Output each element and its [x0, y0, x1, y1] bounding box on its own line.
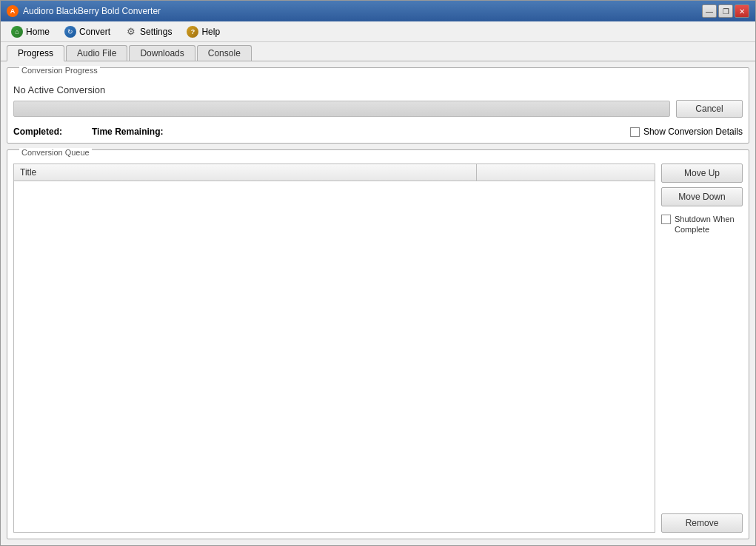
info-row: Completed: Time Remaining: Show Conversi…: [7, 124, 749, 143]
remove-button[interactable]: Remove: [661, 513, 743, 533]
conversion-status: No Active Conversion: [7, 81, 749, 100]
title-bar: A Audioro BlackBerry Bold Converter — ❐ …: [1, 1, 755, 21]
queue-table-area: Title: [13, 164, 655, 533]
menu-home-label: Home: [26, 27, 50, 37]
menu-item-settings[interactable]: ⚙ Settings: [118, 24, 179, 40]
completed-label: Completed:: [13, 127, 62, 137]
conversion-queue-panel: Conversion Queue Title Move Up Move Down: [7, 149, 749, 539]
move-down-button[interactable]: Move Down: [661, 187, 743, 206]
show-details-checkbox[interactable]: [630, 127, 640, 137]
cancel-button[interactable]: Cancel: [676, 100, 743, 118]
tab-progress[interactable]: Progress: [7, 45, 64, 61]
tab-bar: Progress Audio File Downloads Console: [1, 42, 755, 61]
app-icon: A: [7, 5, 19, 17]
tab-audio-file[interactable]: Audio File: [66, 45, 127, 61]
menu-settings-label: Settings: [140, 27, 172, 37]
menu-item-help[interactable]: ? Help: [179, 24, 227, 40]
queue-table-body: [14, 181, 655, 532]
progress-row: Cancel: [7, 100, 749, 124]
home-icon: ⌂: [11, 26, 23, 38]
col-extra: [477, 164, 655, 181]
remove-btn-area: Remove: [661, 513, 743, 533]
conversion-progress-panel: Conversion Progress No Active Conversion…: [7, 67, 749, 144]
tab-downloads[interactable]: Downloads: [129, 45, 195, 61]
show-details-area: Show Conversion Details: [630, 127, 743, 137]
menu-item-convert[interactable]: ↻ Convert: [57, 24, 118, 40]
show-details-label: Show Conversion Details: [643, 127, 743, 137]
convert-icon: ↻: [64, 26, 76, 38]
col-title: Title: [14, 164, 477, 181]
window-title: Audioro BlackBerry Bold Converter: [23, 6, 161, 16]
restore-button[interactable]: ❐: [718, 4, 733, 18]
conversion-queue-label: Conversion Queue: [19, 148, 92, 157]
title-bar-left: A Audioro BlackBerry Bold Converter: [7, 5, 161, 17]
conversion-progress-label: Conversion Progress: [19, 66, 100, 75]
menu-convert-label: Convert: [79, 27, 110, 37]
shutdown-row: Shutdown When Complete: [661, 214, 743, 235]
queue-table-header: Title: [14, 164, 655, 181]
menu-bar: ⌂ Home ↻ Convert ⚙ Settings ? Help: [1, 21, 755, 42]
shutdown-label: Shutdown When Complete: [675, 214, 743, 235]
main-window: A Audioro BlackBerry Bold Converter — ❐ …: [0, 0, 756, 546]
minimize-button[interactable]: —: [702, 4, 717, 18]
progress-bar-container: [13, 101, 670, 117]
close-button[interactable]: ✕: [735, 4, 749, 18]
queue-inner: Title Move Up Move Down Shutdown When Co…: [13, 164, 743, 533]
settings-icon: ⚙: [125, 26, 137, 38]
move-up-button[interactable]: Move Up: [661, 164, 743, 183]
menu-help-label: Help: [201, 27, 220, 37]
queue-sidebar: Move Up Move Down Shutdown When Complete…: [661, 164, 743, 533]
menu-item-home[interactable]: ⌂ Home: [4, 24, 57, 40]
shutdown-checkbox[interactable]: [661, 215, 671, 224]
time-remaining-label: Time Remaining:: [92, 127, 163, 137]
tab-console[interactable]: Console: [197, 45, 252, 61]
title-bar-controls: — ❐ ✕: [702, 4, 749, 18]
help-icon: ?: [187, 26, 198, 38]
content-area: Conversion Progress No Active Conversion…: [1, 61, 755, 545]
